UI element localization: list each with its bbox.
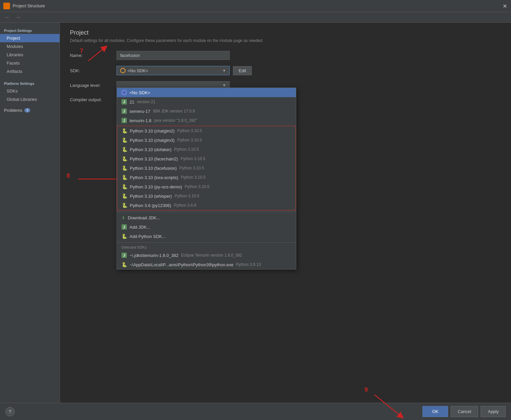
app-icon bbox=[3, 3, 10, 9]
jdk-icon: J bbox=[122, 224, 127, 230]
annotation-8: 8 bbox=[67, 172, 70, 179]
detected-sdks-label: Detected SDKs bbox=[117, 244, 296, 251]
name-label: Name: bbox=[70, 53, 117, 58]
bottom-bar: ? 9 OK Cancel Apply bbox=[0, 403, 511, 420]
sidebar-item-global-libraries[interactable]: Global Libraries bbox=[0, 95, 60, 104]
title-bar: Project Structure ✕ bbox=[0, 0, 511, 12]
dropdown-item-py310-dofaker[interactable]: 🐍 Python 3.10 (dofaker) Python 3.10.5 bbox=[117, 145, 296, 154]
chevron-down-icon: ▼ bbox=[222, 69, 226, 73]
dropdown-item-py310-whisper[interactable]: 🐍 Python 3.10 (whisper) Python 3.10.5 bbox=[117, 191, 296, 201]
sidebar-item-project[interactable]: Project bbox=[0, 34, 60, 42]
dropdown-item-temurin18[interactable]: J temurin-1.8 java version "1.8.0_392" bbox=[117, 116, 296, 125]
sidebar-item-modules[interactable]: Modules bbox=[0, 42, 60, 51]
sidebar: Project Settings Project Modules Librari… bbox=[0, 23, 60, 403]
project-settings-label: Project Settings bbox=[0, 26, 60, 34]
platform-settings-label: Platform Settings bbox=[0, 79, 60, 87]
globe-icon bbox=[120, 68, 126, 73]
apply-button[interactable]: Apply bbox=[481, 406, 506, 417]
dropdown-item-add-python-sdk[interactable]: 🐍 Add Python SDK... bbox=[117, 232, 296, 241]
sdk-edit-button[interactable]: Edit bbox=[233, 66, 252, 75]
python-icon: 🐍 bbox=[122, 175, 127, 180]
sidebar-item-problems[interactable]: Problems 3 bbox=[0, 106, 60, 114]
python-icon: 🐍 bbox=[122, 262, 127, 267]
sdk-dropdown[interactable]: <No SDK> ▼ bbox=[117, 66, 230, 75]
content-area: Project Default settings for all modules… bbox=[60, 23, 511, 403]
python-sdk-group: 🐍 Python 3.10 (chatglm2) Python 3.10.5 🐍… bbox=[117, 126, 296, 210]
close-button[interactable]: ✕ bbox=[503, 3, 507, 9]
sdk-label: SDK: bbox=[70, 68, 117, 73]
dropdown-item-no-sdk[interactable]: <No SDK> bbox=[117, 88, 296, 97]
language-level-label: Language level: bbox=[70, 83, 117, 88]
sdk-value: <No SDK> bbox=[128, 68, 148, 73]
python-icon: 🐍 bbox=[122, 165, 127, 171]
bottom-buttons: OK Cancel Apply bbox=[422, 406, 506, 417]
jdk-icon: J bbox=[122, 108, 127, 114]
dropdown-item-py36-py12306[interactable]: 🐍 Python 3.6 (py12306) Python 3.6.8 bbox=[117, 201, 296, 210]
window-title: Project Structure bbox=[13, 3, 45, 8]
dropdown-item-py310-facefusion[interactable]: 🐍 Python 3.10 (facefusion) Python 3.10.5 bbox=[117, 163, 296, 173]
forward-button[interactable]: → bbox=[14, 14, 22, 21]
python-icon: 🐍 bbox=[122, 137, 127, 143]
chevron-down-icon: ▼ bbox=[222, 83, 226, 87]
sidebar-item-artifacts[interactable]: Artifacts bbox=[0, 67, 60, 76]
dropdown-item-py310-facechain2[interactable]: 🐍 Python 3.10 (facechain2) Python 3.10.5 bbox=[117, 154, 296, 163]
dropdown-item-py310-chatglm2[interactable]: 🐍 Python 3.10 (chatglm2) Python 3.10.5 bbox=[117, 126, 296, 135]
back-button[interactable]: ← bbox=[3, 14, 11, 21]
page-title: Project bbox=[70, 29, 501, 36]
svg-rect-0 bbox=[4, 4, 6, 6]
help-button[interactable]: ? bbox=[5, 407, 15, 416]
dropdown-item-detected-temurin[interactable]: J ~\.jdks\temurin-1.8.0_382 Eclipse Temu… bbox=[117, 251, 296, 260]
dropdown-item-semeru17[interactable]: J semeru-17 IBM JDK version 17.0.9 bbox=[117, 106, 296, 116]
sidebar-item-facets[interactable]: Facets bbox=[0, 59, 60, 67]
dropdown-item-py310-chatglm3[interactable]: 🐍 Python 3.10 (chatglm3) Python 3.10.5 bbox=[117, 135, 296, 145]
ok-button[interactable]: OK bbox=[422, 406, 448, 417]
name-row: Name: bbox=[70, 51, 501, 60]
jdk-icon: J bbox=[122, 99, 127, 105]
sidebar-item-sdks[interactable]: SDKs bbox=[0, 87, 60, 95]
cancel-button[interactable]: Cancel bbox=[451, 406, 478, 417]
dropdown-item-py310-py-ocs-demo[interactable]: 🐍 Python 3.10 (py-ocs-demo) Python 3.10.… bbox=[117, 182, 296, 191]
svg-rect-2 bbox=[4, 6, 6, 8]
python-icon: 🐍 bbox=[122, 156, 127, 161]
sdk-row: SDK: <No SDK> ▼ Edit bbox=[70, 66, 501, 75]
nav-arrows: ← → bbox=[0, 12, 511, 23]
jdk-icon: J bbox=[122, 253, 127, 258]
python-icon: 🐍 bbox=[122, 193, 127, 199]
problems-badge: 3 bbox=[24, 108, 30, 112]
python-icon: 🐍 bbox=[122, 203, 127, 208]
svg-rect-1 bbox=[7, 4, 9, 6]
dropdown-item-jdk21[interactable]: J 21 version 21 bbox=[117, 97, 296, 106]
dropdown-item-py310-lora-scripts[interactable]: 🐍 Python 3.10 (lora-scripts) Python 3.10… bbox=[117, 173, 296, 182]
dropdown-separator-2 bbox=[117, 242, 296, 243]
sdk-dropdown-popup: <No SDK> J 21 version 21 J semeru-17 IBM… bbox=[117, 88, 296, 270]
dropdown-item-detected-python39[interactable]: 🐍 ~\AppData\Local\P...ams\Python\Python3… bbox=[117, 260, 296, 269]
python-icon: 🐍 bbox=[122, 128, 127, 133]
main-layout: Project Settings Project Modules Librari… bbox=[0, 23, 511, 403]
problems-label: Problems bbox=[4, 108, 22, 113]
svg-rect-3 bbox=[7, 6, 9, 8]
python-icon: 🐍 bbox=[122, 147, 127, 152]
dropdown-separator bbox=[117, 212, 296, 212]
python-icon: 🐍 bbox=[122, 184, 127, 189]
compiler-output-label: Compiler output: bbox=[70, 97, 117, 102]
name-input[interactable] bbox=[117, 51, 230, 60]
page-subtitle: Default settings for all modules. Config… bbox=[70, 38, 501, 43]
dropdown-item-add-jdk[interactable]: J Add JDK... bbox=[117, 222, 296, 232]
dropdown-item-download-jdk[interactable]: ⬇ Download JDK... bbox=[117, 213, 296, 222]
globe-icon bbox=[122, 90, 127, 95]
download-icon: ⬇ bbox=[122, 215, 125, 220]
python-icon: 🐍 bbox=[122, 234, 127, 239]
jdk-icon: J bbox=[122, 118, 127, 123]
sidebar-item-libraries[interactable]: Libraries bbox=[0, 51, 60, 59]
